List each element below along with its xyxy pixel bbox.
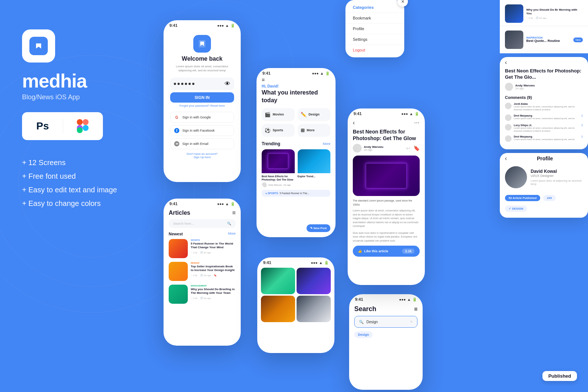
article-time: 2m ago (364, 149, 383, 151)
detail-author-name: Andy Waruwu (515, 84, 535, 87)
email-signin-button[interactable]: ✉ Sign in with Email (170, 138, 234, 149)
svg-point-9 (83, 125, 89, 131)
comment-author-3: Lucy Sitepu Jr. (514, 124, 579, 126)
search-clear-icon[interactable]: × (410, 319, 413, 324)
hamburger-icon[interactable]: ≡ (262, 77, 265, 83)
hamburger-articles[interactable]: ≡ (232, 210, 236, 216)
article-tag-1: SPORTS (191, 239, 236, 241)
profile-bio: Lorem ipsum dolor sit adipiscing do eius… (531, 179, 583, 186)
gallery-img-3[interactable] (261, 296, 295, 322)
detail-back[interactable]: ‹ (505, 59, 507, 66)
app-name: medhia (22, 70, 117, 92)
app-icon-small (193, 35, 211, 53)
facebook-signin-button[interactable]: f Sign in with Facebook (170, 125, 234, 136)
sign-in-button[interactable]: SIGN IN (170, 92, 234, 103)
like-bar[interactable]: 👍 Like this article 2.1k (353, 246, 420, 257)
trending-header: Trending More (257, 141, 336, 146)
menu-item-bookmark[interactable]: Bookmark (345, 13, 404, 24)
status-bar-articles: 9:41 ●●●▲🔋 (164, 199, 241, 207)
phone-article: 9:41 ●●●▲🔋 ‹ ⋯ Best Neon Effects for Pho… (348, 108, 425, 285)
status-icons-2: ●●●▲🔋 (312, 71, 330, 75)
article-list-item-1[interactable]: SPORTS 5 Fastest Runner in The World Tha… (164, 239, 241, 258)
feature-4: + Easy to change colors (22, 199, 117, 208)
comment-avatar-4 (505, 135, 512, 142)
status-bar-article: 9:41 ●●●▲🔋 (348, 108, 425, 117)
profile-avatar-large (505, 166, 527, 188)
greeting-text: Hi, David! (257, 84, 336, 88)
phone-login: 9:41 ●●● ▲ 🔋 Welcome back Lorem ipsum do… (164, 20, 241, 182)
article-tag-2: DESIGN (191, 262, 236, 264)
like-count: 2.1k (402, 249, 415, 254)
article-list-item-3[interactable]: MANAGEMENT Why you Should Do Breefing in… (164, 285, 241, 304)
password-field[interactable]: 👁 (170, 78, 234, 90)
right-column: Why you Should Do Br Morning with You ♡ … (500, 0, 588, 218)
tools-row: Ps (22, 112, 103, 140)
comment-4: Devi Marpaung Lorem ipsum dolor sit amet… (505, 135, 583, 142)
article-list-title-3: Why you Should Do Breefing in The Mornin… (191, 288, 236, 295)
gallery-img-2[interactable] (297, 268, 331, 294)
gallery-img-1[interactable] (261, 268, 295, 294)
cat-sports[interactable]: ⚽ Sports (262, 124, 295, 137)
features: + 12 Screens + Free font used + Easy to … (22, 158, 117, 208)
movies-emoji: 🎬 (265, 112, 270, 117)
no-account-text: Don't have an account?Sign Up here (170, 152, 234, 159)
gallery-img-4[interactable] (297, 296, 331, 322)
menu-item-categories[interactable]: Categories (345, 2, 404, 13)
comment-avatar-1 (505, 103, 512, 109)
new-post-fab[interactable]: ✎ New Post (306, 224, 330, 232)
search-placeholder: Search here... (173, 222, 194, 225)
search-input-bar[interactable]: 🔍 Design × (354, 316, 417, 328)
comment-num-2: 2 (581, 114, 583, 121)
profile-panel: ‹ Profile David Kowal UI/UX Designer Lor… (500, 153, 588, 218)
bookmark-icon[interactable]: 🔖 (413, 145, 420, 151)
status-bar-gallery: 9:41 ●●●▲🔋 (257, 257, 334, 266)
detail-avatar (505, 83, 513, 91)
hamburger-search[interactable]: ≡ (414, 306, 417, 313)
newest-more-link[interactable]: More (228, 232, 236, 236)
stat-count[interactable]: 245 (543, 195, 555, 201)
more-options-icon[interactable]: ⋯ (414, 120, 420, 126)
menu-item-settings[interactable]: Settings (345, 34, 404, 45)
back-arrow[interactable]: ‹ (353, 120, 355, 126)
comment-text-4: Lorem ipsum dolor sit amet, consectetur … (514, 138, 579, 141)
trending-card-1[interactable]: Best Neon Effects for Photoshop: Get The… (262, 149, 295, 188)
article-list-item-2[interactable]: DESIGN Top Seller Inspirationals Book to… (164, 262, 241, 281)
cat-movies[interactable]: 🎬 Movies (262, 108, 295, 121)
why-article-row[interactable]: Why you Should Do Br Morning with You ♡ … (500, 3, 588, 24)
article-stats-1: ♡ 2.1k 🕐 1hr ago (191, 251, 236, 254)
design-filter-badge[interactable]: ✓ DESIGN (505, 206, 527, 212)
menu-item-logout[interactable]: Logout (345, 45, 404, 55)
right-article-snippet: Why you Should Do Br Morning with You ♡ … (500, 0, 588, 53)
cat-more[interactable]: ⊞ More (298, 124, 331, 137)
trending-more-link[interactable]: More (323, 142, 330, 146)
google-signin-button[interactable]: G Sign in with Google (170, 112, 234, 123)
app-logo (22, 29, 55, 63)
inspiration-row[interactable]: INSPIRATION Best Quote... Routine New (500, 28, 588, 52)
phone-interested: 9:41 ●●●▲🔋 ≡ Hi, David! What you interes… (257, 68, 336, 237)
status-icons: ●●● ▲ 🔋 (217, 24, 235, 28)
trending-card-2[interactable]: Explor Trend... (298, 149, 331, 188)
detail-time: 2m ago (515, 87, 535, 90)
profile-back[interactable]: ‹ (505, 155, 507, 162)
article-body-text: Lorem ipsum dolor sit amet, consectetur … (348, 209, 425, 228)
share-icon[interactable]: ↩ (406, 145, 410, 151)
cat-design[interactable]: ✏️ Design (298, 108, 331, 121)
search-bar[interactable]: Search here... 🔍 (169, 219, 236, 228)
menu-item-profile[interactable]: Profile (345, 24, 404, 34)
detail-author: Andy Waruwu 2m ago (500, 83, 588, 94)
insp-title: Best Quote... Routine (526, 39, 570, 43)
design-filter-tag[interactable]: Design (354, 331, 373, 338)
ps-badge: Ps (36, 120, 49, 132)
sport-tag-bar[interactable]: ● SPORTS 5 Fastest Runner in The... (262, 190, 330, 197)
comments-label: Comments (9) (505, 95, 583, 100)
google-icon: G (174, 115, 179, 120)
trending-grid: Best Neon Effects for Photoshop: Get The… (257, 149, 336, 188)
search-page-header: Search ≡ (349, 303, 423, 316)
phone-gallery: 9:41 ●●●▲🔋 (257, 257, 334, 353)
search-value: Design (366, 320, 378, 324)
stat-published[interactable]: 52 Article Published (505, 195, 540, 201)
author-name-1: Andy Waruwu (268, 184, 282, 186)
status-bar-search: 9:41 ●●●▲🔋 (349, 294, 423, 303)
article-thumb-3 (169, 285, 188, 304)
comment-author-2: Devi Marpaung (514, 114, 579, 117)
